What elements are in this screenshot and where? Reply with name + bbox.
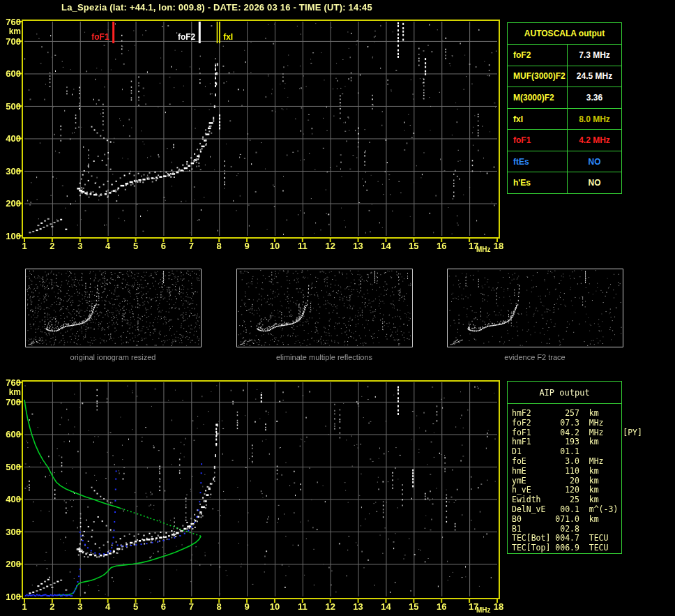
top-ionogram-ytick-700: 700 — [0, 36, 21, 47]
bottom-ionogram-xtick-1: 1 — [15, 601, 33, 612]
aip-row-foF1: foF1 04.2 MHz [PY] — [512, 428, 621, 438]
bottom-ionogram-xtick-9: 9 — [238, 601, 256, 612]
top-ionogram-ytick-100: 100 — [0, 231, 21, 241]
bottom-ionogram-xtick-16: 16 — [432, 601, 450, 612]
bottom-ionogram-xtick-3: 3 — [71, 601, 89, 612]
autoscala-table-title: AUTOSCALA output — [508, 23, 621, 45]
bottom-ionogram-ytick-100: 100 — [0, 592, 21, 602]
top-ionogram-ytick-200: 200 — [0, 198, 21, 209]
marker-label-foF2: foF2 — [169, 32, 195, 42]
thumbnail-caption-evidence: evidence F2 trace — [446, 353, 624, 361]
aip-row-foF2: foF2 07.3 MHz — [512, 419, 621, 428]
top-ionogram-xtick-2: 2 — [43, 241, 61, 251]
autoscala-label: M(3000)F2 — [508, 87, 568, 108]
top-ionogram-xtick-11: 11 — [294, 241, 312, 251]
top-ionogram-xtick-15: 15 — [404, 241, 423, 251]
autoscala-row-ftEs: ftEsNO — [508, 151, 621, 173]
autoscala-value: 7.3 MHz — [568, 45, 621, 66]
marker-label-foF1: foF1 — [83, 32, 109, 42]
bottom-ionogram-ytick-200: 200 — [0, 559, 21, 569]
thumbnail-caption-original: original ionogram resized — [24, 353, 202, 361]
bottom-ionogram-xtick-14: 14 — [377, 601, 395, 612]
autoscala-value: 24.5 MHz — [568, 66, 621, 87]
autoscala-label: foF1 — [508, 130, 568, 151]
top-ionogram-xtick-3: 3 — [71, 241, 89, 251]
bottom-ionogram-xtick-2: 2 — [43, 601, 61, 612]
autoscala-value: 4.2 MHz — [568, 130, 621, 151]
top-ionogram-ytick-400: 400 — [0, 133, 21, 144]
top-ionogram-xtick-17: 17 — [464, 241, 483, 251]
top-ionogram-xtick-7: 7 — [182, 241, 200, 251]
aip-table-body: hmF2 257 km foF2 07.3 MHz foF1 04.2 MHz … — [508, 404, 621, 553]
aip-table-title: AIP output — [508, 382, 621, 404]
autoscala-value: 3.36 — [568, 87, 621, 108]
aip-row-foE: foE 3.0 MHz — [512, 457, 621, 467]
top-ionogram-xtick-10: 10 — [266, 241, 284, 251]
top-ionogram-xtick-18: 18 — [490, 241, 508, 251]
bottom-ionogram-xtick-10: 10 — [266, 601, 284, 612]
autoscala-label: ftEs — [508, 151, 568, 172]
top-ionogram-ytick-300: 300 — [0, 166, 21, 176]
aip-row-hmE: hmE 110 km — [512, 467, 621, 476]
top-ionogram-xtick-14: 14 — [377, 241, 395, 251]
thumbnail-caption-eliminate: eliminate multiple reflections — [235, 353, 414, 361]
page-title: La_Spezia (lat: +44.1, lon: 009.8) - DAT… — [61, 2, 372, 13]
autoscala-value: NO — [568, 151, 621, 172]
autoscala-row-M(3000)F2: M(3000)F23.36 — [508, 87, 621, 109]
aip-output-table: AIP output hmF2 257 km foF2 07.3 MHz foF… — [507, 381, 622, 554]
autoscala-row-h'Es: h'EsNO — [508, 172, 621, 193]
top-ionogram-xtick-12: 12 — [321, 241, 340, 251]
bottom-ionogram-xtick-8: 8 — [210, 601, 228, 612]
aip-row-hmF2: hmF2 257 km — [512, 409, 621, 419]
top-ionogram-xtick-8: 8 — [210, 241, 228, 251]
top-ionogram-ytick-760: 760 — [0, 17, 21, 27]
autoscala-value: NO — [568, 172, 621, 193]
aip-row-B1: B1 02.8 — [512, 525, 621, 534]
bottom-ionogram-ytick-500: 500 — [0, 462, 21, 472]
aip-row-B0: B0 071.0 km — [512, 515, 621, 525]
autoscala-row-MUF(3000)F2: MUF(3000)F224.5 MHz — [508, 66, 621, 88]
bottom-ionogram-ytick-300: 300 — [0, 527, 21, 537]
marker-label-fxI: fxI — [223, 32, 233, 42]
autoscala-label: MUF(3000)F2 — [508, 66, 568, 87]
top-ionogram-xtick-5: 5 — [127, 241, 145, 251]
top-ionogram-ytick-500: 500 — [0, 101, 21, 112]
bottom-ionogram-xtick-4: 4 — [99, 601, 117, 612]
bottom-ionogram-xtick-11: 11 — [294, 601, 312, 612]
autoscala-label: foF2 — [508, 45, 568, 66]
autoscala-row-foF2: foF27.3 MHz — [508, 45, 621, 66]
bottom-ionogram-xtick-7: 7 — [182, 601, 200, 612]
top-ionogram-xtick-9: 9 — [238, 241, 256, 251]
top-ionogram-xtick-16: 16 — [432, 241, 450, 251]
aip-row-Ewidth: Ewidth 25 km — [512, 495, 621, 505]
top-ionogram-xtick-1: 1 — [15, 241, 33, 251]
top-ionogram-xtick-6: 6 — [154, 241, 172, 251]
bottom-ionogram-ytick-760: 760 — [0, 377, 21, 388]
autoscala-value: 8.0 MHz — [568, 109, 621, 130]
bottom-ionogram-ytick-600: 600 — [0, 429, 21, 440]
autoscala-output-table: AUTOSCALA output foF27.3 MHzMUF(3000)F22… — [507, 22, 622, 194]
bottom-ionogram-xtick-15: 15 — [404, 601, 423, 612]
autoscala-label: fxI — [508, 109, 568, 130]
bottom-ionogram-xtick-5: 5 — [127, 601, 145, 612]
bottom-ionogram-ytick-400: 400 — [0, 494, 21, 504]
bottom-yaxis-unit: km — [0, 387, 21, 397]
autoscala-row-foF1: foF14.2 MHz — [508, 130, 621, 151]
bottom-ionogram-ytick-700: 700 — [0, 397, 21, 407]
aip-row-DelN_vE: DelN_vE 00.1 m^(-3) — [512, 505, 621, 515]
autoscala-row-fxI: fxI8.0 MHz — [508, 109, 621, 130]
aip-row-TEC[Top]: TEC[Top] 006.9 TECU — [512, 543, 621, 553]
bottom-ionogram-xtick-13: 13 — [349, 601, 367, 612]
top-yaxis-unit: km — [0, 27, 21, 36]
aip-row-hmF1: hmF1 193 km — [512, 437, 621, 447]
aip-row-D1: D1 01.1 — [512, 447, 621, 457]
aip-row-ymE: ymE 20 km — [512, 476, 621, 486]
bottom-ionogram-xtick-6: 6 — [154, 601, 172, 612]
top-ionogram-xtick-13: 13 — [349, 241, 367, 251]
bottom-ionogram-xtick-12: 12 — [321, 601, 340, 612]
aip-row-h_vE: h_vE 120 km — [512, 486, 621, 495]
top-ionogram-xtick-4: 4 — [99, 241, 117, 251]
bottom-ionogram-xtick-17: 17 — [464, 601, 483, 612]
bottom-ionogram-xtick-18: 18 — [490, 601, 508, 612]
autoscala-label: h'Es — [508, 172, 568, 193]
